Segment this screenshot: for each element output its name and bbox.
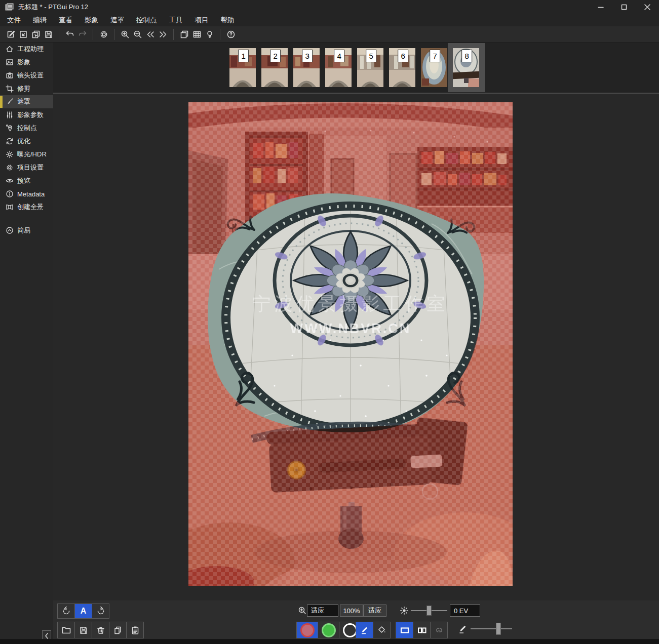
previous-image-button[interactable]	[144, 28, 157, 41]
sidebar-item-images[interactable]: 影象	[0, 56, 53, 69]
thumbnail-1[interactable]: 1	[229, 48, 256, 87]
zoom-in-icon	[120, 29, 130, 39]
single-view-icon	[400, 625, 410, 635]
home-icon	[6, 45, 14, 53]
thumbnail-number: 2	[270, 50, 281, 62]
thumbnail-2[interactable]: 2	[261, 48, 288, 87]
grid-button[interactable]	[190, 28, 203, 41]
thumbnail-3[interactable]: 3	[293, 48, 320, 87]
brush-size-slider[interactable]	[471, 624, 512, 634]
new-project-button[interactable]	[4, 28, 17, 41]
sidebar-item-create-panorama[interactable]: 创建全景	[0, 200, 53, 214]
brush-size-slider-handle[interactable]	[496, 623, 501, 635]
fill-tool-button[interactable]	[373, 622, 390, 638]
thumbnail-number: 6	[398, 50, 408, 62]
mask-red-button[interactable]	[297, 622, 318, 638]
paste-mask-button[interactable]	[127, 622, 143, 638]
red-mask-color-icon	[300, 623, 315, 637]
help-button[interactable]	[224, 28, 237, 41]
gear-icon	[6, 164, 14, 172]
auto-mask-button[interactable]: A	[75, 604, 92, 618]
sidebar-item-project-settings[interactable]: 项目设置	[0, 161, 53, 174]
sidebar-item-preview[interactable]: 预览	[0, 174, 53, 187]
open-project-button[interactable]	[17, 28, 29, 41]
white-unmask-color-icon	[343, 623, 357, 637]
zoom-out-icon	[133, 29, 143, 39]
minimize-button[interactable]	[589, 0, 612, 14]
zoom-in-button[interactable]	[119, 28, 131, 41]
zoom-level-icon	[297, 606, 307, 616]
sun-icon	[6, 150, 14, 158]
pen-icon	[360, 625, 370, 635]
rotate-ccw-button[interactable]	[58, 604, 75, 618]
sidebar-item-optimize[interactable]: 优化	[0, 135, 53, 148]
menu-bar: 文件 编辑 查看 影象 遮罩 控制点 工具 项目 帮助	[0, 14, 659, 26]
batch-builder-button[interactable]	[29, 28, 42, 41]
folder-icon	[61, 625, 71, 635]
sidebar-item-lens-settings[interactable]: 镜头设置	[0, 69, 53, 82]
floppy-icon	[79, 625, 89, 635]
thumbnail-number: 3	[302, 50, 313, 62]
sidebar-item-metadata[interactable]: Metadata	[0, 187, 53, 200]
window-bottom-edge	[0, 639, 659, 644]
link-views-button[interactable]	[431, 622, 447, 638]
title-bar: 无标题 * - PTGui Pro 12	[0, 0, 659, 14]
load-mask-button[interactable]	[58, 622, 75, 638]
thumbnail-8[interactable]: 8	[453, 48, 479, 87]
chain-link-icon	[434, 625, 444, 635]
mask-green-button[interactable]	[318, 622, 339, 638]
sidebar-item-simple-mode[interactable]: 简易	[0, 224, 53, 237]
rotate-cw-button[interactable]	[92, 604, 109, 618]
zoom-100-button[interactable]: 100%	[340, 605, 363, 617]
save-mask-button[interactable]	[75, 622, 92, 638]
ev-input[interactable]: 0 EV	[450, 605, 480, 617]
paste-icon	[130, 625, 140, 635]
sidebar-item-mask[interactable]: 遮罩	[0, 95, 53, 108]
fit-button[interactable]: 适应	[363, 605, 386, 617]
close-button[interactable]	[636, 0, 659, 14]
sidebar-item-control-points[interactable]: 控制点	[0, 122, 53, 135]
undo-button[interactable]	[63, 28, 76, 41]
thumbnail-number: 5	[366, 50, 376, 62]
menu-mask[interactable]: 遮罩	[110, 14, 124, 26]
sidebar-item-image-parameters[interactable]: 影象参数	[0, 108, 53, 122]
redo-button[interactable]	[76, 28, 89, 41]
copy-icon	[113, 625, 123, 635]
brush-icon	[6, 98, 14, 106]
thumbnail-7[interactable]: 7	[421, 48, 447, 87]
thumbnail-strip: 1 2 3 4 5 6 7	[53, 43, 659, 93]
next-image-button[interactable]	[157, 28, 169, 41]
maximize-button[interactable]	[612, 0, 636, 14]
hints-button[interactable]	[203, 28, 216, 41]
copy-mask-button[interactable]	[109, 622, 127, 638]
thumbnail-6[interactable]: 6	[389, 48, 415, 87]
menu-edit[interactable]: 编辑	[33, 14, 47, 26]
save-button[interactable]	[42, 28, 55, 41]
brightness-slider-handle[interactable]	[427, 606, 432, 616]
menu-help[interactable]: 帮助	[221, 14, 235, 26]
menu-project[interactable]: 项目	[195, 14, 209, 26]
mask-editor-canvas[interactable]: 宁波优景摄影工作室 WWW.NBVR.CN	[188, 102, 513, 586]
split-view-button[interactable]	[413, 622, 431, 638]
redo-icon	[77, 29, 88, 39]
menu-tools[interactable]: 工具	[169, 14, 183, 26]
brush-tool-button[interactable]	[356, 622, 373, 638]
thumbnail-5[interactable]: 5	[357, 48, 383, 87]
zoom-value-input[interactable]: 适应	[307, 605, 338, 617]
settings-button[interactable]	[97, 28, 110, 41]
sidebar-item-crop[interactable]: 修剪	[0, 82, 53, 95]
single-view-button[interactable]	[396, 622, 413, 638]
sliders-icon	[6, 111, 14, 119]
menu-images[interactable]: 影象	[85, 14, 98, 26]
menu-control-points[interactable]: 控制点	[136, 14, 157, 26]
menu-view[interactable]: 查看	[59, 14, 72, 26]
menu-file[interactable]: 文件	[7, 14, 21, 26]
brightness-slider[interactable]	[411, 606, 447, 616]
zoom-out-button[interactable]	[131, 28, 144, 41]
delete-mask-button[interactable]	[92, 622, 109, 638]
thumbnail-4[interactable]: 4	[325, 48, 352, 87]
panorama-icon	[6, 203, 14, 211]
sidebar-item-exposure-hdr[interactable]: 曝光/HDR	[0, 148, 53, 161]
show-all-images-button[interactable]	[178, 28, 190, 41]
sidebar-item-project-assistant[interactable]: 工程助理	[0, 43, 53, 56]
